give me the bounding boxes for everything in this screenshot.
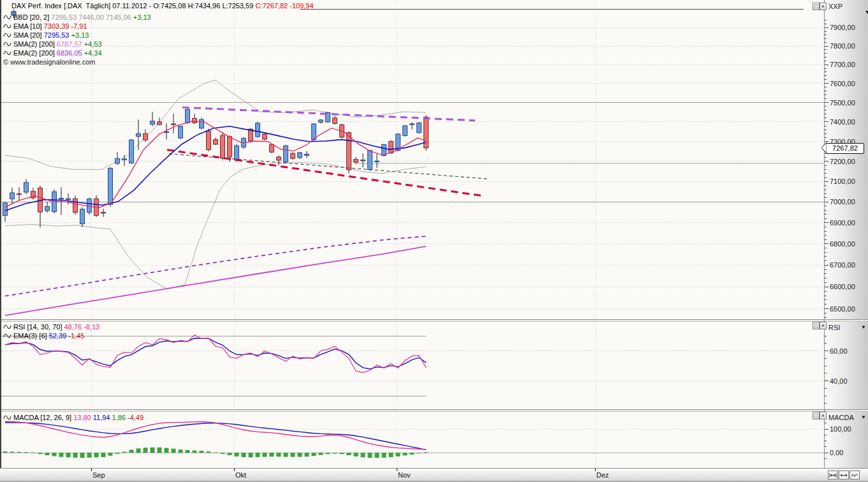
close-rsi-button[interactable]: × bbox=[820, 322, 827, 329]
price-tick-label: 6800,00 bbox=[830, 240, 867, 248]
month-tick bbox=[397, 468, 397, 471]
copyright-label: © www.tradesignalonline.com bbox=[3, 58, 95, 66]
compress-xaxis-button[interactable] bbox=[828, 471, 838, 479]
macd-tick-label: 0,00 bbox=[830, 449, 867, 456]
legend-text: +4,53 bbox=[84, 40, 102, 48]
macd-tick-label: 100,00 bbox=[830, 425, 867, 433]
legend-text: 48,76 -8,13 bbox=[64, 323, 100, 331]
legend-text: EMA(3) [6] bbox=[13, 332, 49, 340]
legend-text: 7295,53 7446,00 7145,06 bbox=[51, 13, 133, 21]
price-tick-label: 7000,00 bbox=[830, 198, 867, 206]
axis-border bbox=[824, 0, 825, 481]
indicator-legend-row-sma20[interactable]: SMA [20] 7295,53 +3,13 bbox=[3, 31, 151, 40]
legend-text: -4,49 bbox=[128, 414, 143, 421]
rsi-panel[interactable] bbox=[0, 322, 824, 409]
price-tick-label: 6600,00 bbox=[830, 283, 867, 290]
rsi-scale-dropdown-icon[interactable]: ▼ bbox=[861, 324, 866, 330]
indicator-curve-icon bbox=[3, 32, 11, 38]
price-scale-label[interactable]: XXP bbox=[828, 3, 842, 10]
rsi-tick-label: 40,00 bbox=[830, 377, 867, 385]
month-tick bbox=[234, 468, 235, 471]
legend-text: -1,45 bbox=[68, 332, 84, 340]
price-axis-strip[interactable] bbox=[825, 0, 868, 468]
indicator-curve-icon bbox=[3, 41, 11, 47]
indicator-curve-icon bbox=[3, 324, 11, 330]
panel-separator[interactable] bbox=[0, 409, 868, 412]
legend-text: C:7267,82 -109,94 bbox=[255, 2, 313, 10]
close-icon: × bbox=[821, 4, 825, 10]
legend-text: 52,39 bbox=[49, 332, 69, 340]
price-tick-label: 6500,00 bbox=[830, 305, 867, 313]
compress-xaxis-icon bbox=[829, 472, 837, 478]
indicator-legend-row-ema3[interactable]: EMA(3) [6] 52,39 -1,45 bbox=[3, 331, 99, 340]
macd-scale-label[interactable]: MACDA bbox=[828, 414, 854, 421]
price-tag-arrow bbox=[821, 142, 827, 153]
legend-text: EMA(2) [200] bbox=[13, 49, 57, 57]
panel-separator[interactable] bbox=[0, 319, 868, 322]
price-tick-label: 6700,00 bbox=[830, 261, 867, 269]
maximize-rsi-button[interactable]: □ bbox=[813, 322, 820, 329]
rsi-tick-label: 60,00 bbox=[830, 347, 867, 355]
legend-text: SMA [20] bbox=[13, 31, 44, 39]
maximize-main-button[interactable]: □ bbox=[813, 3, 820, 10]
close-icon: × bbox=[821, 413, 825, 419]
legend-text: -7,91 bbox=[71, 22, 87, 30]
month-tick bbox=[595, 468, 596, 471]
indicator-legend-row-rsi[interactable]: RSI [14, 30, 70] 48,76 -8,13 bbox=[3, 322, 99, 331]
close-macd-button[interactable]: × bbox=[820, 412, 827, 419]
last-price-tag: 7267,82 bbox=[826, 143, 864, 154]
legend-text: L:7253,59 bbox=[222, 2, 255, 10]
insert-indicator-icon[interactable]: In bbox=[856, 1, 868, 26]
legend-text: 6787,57 bbox=[57, 40, 84, 48]
price-tick-label: 7500,00 bbox=[830, 99, 867, 107]
maximize-icon: □ bbox=[814, 4, 818, 10]
close-main-button[interactable]: × bbox=[820, 3, 827, 10]
expand-xaxis-button[interactable] bbox=[839, 471, 849, 479]
indicator-legend-row-sma200[interactable]: SMA(2) [200] 6787,57 +4,53 bbox=[3, 40, 151, 49]
legend-text: DAX Perf. Index [.DAX Täglich] 07.11.201… bbox=[11, 2, 153, 10]
close-icon: × bbox=[821, 323, 825, 329]
price-tick-label: 7800,00 bbox=[830, 42, 867, 50]
indicator-curve-icon bbox=[3, 333, 11, 339]
macd-scale-dropdown-icon[interactable]: ▼ bbox=[861, 414, 866, 420]
price-tick-label: 7600,00 bbox=[830, 80, 867, 87]
indicator-legend-rsi: RSI [14, 30, 70] 48,76 -8,13EMA(3) [6] 5… bbox=[3, 322, 99, 340]
legend-text: SMA(2) [200] bbox=[13, 40, 57, 48]
time-axis-bar[interactable] bbox=[0, 468, 868, 481]
legend-text: +3,13 bbox=[133, 13, 151, 21]
chart-title: DAX Perf. Index [.DAX Täglich] 07.11.201… bbox=[11, 2, 314, 10]
price-tick-label: 7900,00 bbox=[830, 24, 867, 31]
x-axis-month-label: Dez bbox=[596, 471, 609, 479]
x-axis-month-label: Nov bbox=[398, 471, 411, 479]
price-tick-label: 7100,00 bbox=[830, 177, 867, 185]
window-left-edge bbox=[0, 0, 1, 468]
rsi-scale-label[interactable]: RSI bbox=[828, 324, 840, 331]
indicator-legend-row-bbd[interactable]: BBD [20, 2] 7295,53 7446,00 7145,06 +3,1… bbox=[3, 13, 151, 22]
indicator-curve-icon bbox=[3, 414, 11, 421]
price-tick-label: 7700,00 bbox=[830, 61, 867, 68]
legend-text: BBD [20, 2] bbox=[13, 13, 51, 21]
indicator-legend-row-macda[interactable]: MACDA [12, 26, 9] 13,80 11,94 1,86 -4,49 bbox=[3, 413, 143, 422]
indicator-legend-row-ema200[interactable]: EMA(2) [200] 6836,05 +4,34 bbox=[3, 49, 151, 57]
legend-text: 7295,53 bbox=[44, 31, 71, 39]
legend-text: 13,80 bbox=[73, 414, 93, 421]
x-axis-month-label: Okt bbox=[235, 471, 246, 479]
legend-text: +4,34 bbox=[84, 49, 102, 57]
indicator-curve-icon bbox=[3, 14, 11, 20]
indicator-curve-icon bbox=[3, 50, 11, 56]
legend-text: RSI [14, 30, 70] bbox=[13, 323, 64, 331]
x-axis-month-label: Sep bbox=[92, 471, 105, 479]
zigzag-line-icon bbox=[851, 472, 858, 478]
title-separator-line bbox=[300, 9, 804, 10]
month-tick bbox=[91, 468, 92, 471]
chart-style-button[interactable] bbox=[850, 471, 860, 479]
indicator-legend-row-ema10[interactable]: EMA [10] 7303,39 -7,91 bbox=[3, 22, 151, 31]
indicator-curve-icon bbox=[3, 23, 11, 29]
legend-text: H:7434,96 bbox=[188, 2, 223, 10]
maximize-icon: □ bbox=[814, 323, 818, 329]
maximize-macd-button[interactable]: □ bbox=[813, 412, 820, 419]
legend-text: 7303,39 bbox=[44, 22, 71, 30]
indicator-legend-main: BBD [20, 2] 7295,53 7446,00 7145,06 +3,1… bbox=[3, 13, 151, 57]
legend-text: EMA [10] bbox=[13, 22, 44, 30]
legend-text: 11,94 bbox=[93, 414, 112, 421]
